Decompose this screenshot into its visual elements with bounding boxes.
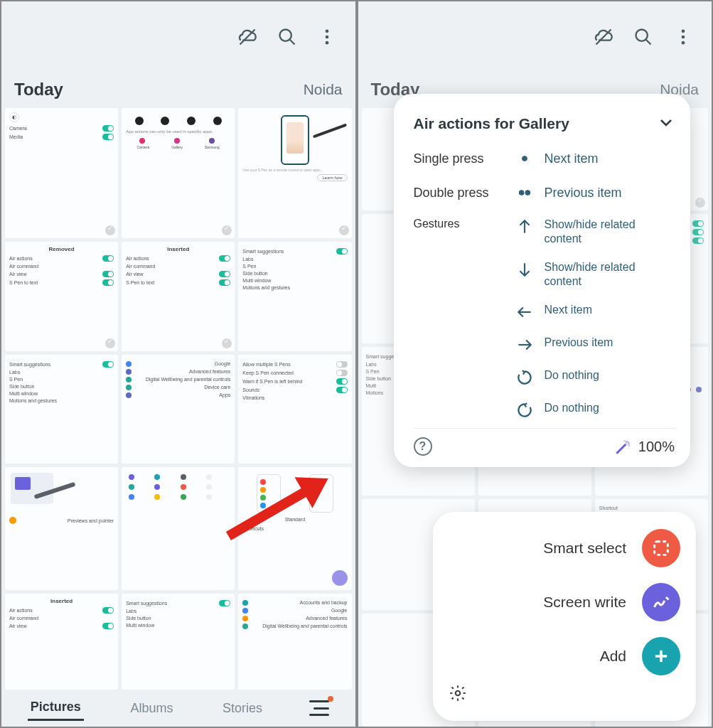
gesture-right[interactable]: Previous item	[505, 336, 675, 354]
single-dot-icon	[505, 149, 545, 168]
tab-pictures[interactable]: Pictures	[28, 695, 84, 721]
add-icon[interactable]	[642, 637, 680, 675]
thumb[interactable]: Previews and pointer	[5, 467, 118, 589]
svg-line-2	[289, 40, 294, 45]
search-icon[interactable]	[632, 26, 655, 48]
svg-point-4	[325, 36, 328, 39]
thumb[interactable]: Standard Shortcuts	[238, 467, 351, 589]
svg-point-10	[682, 36, 685, 39]
arrow-up-icon	[505, 218, 545, 236]
thumb[interactable]: Inserted Air actions Air command Air vie…	[5, 594, 118, 690]
section-row: Today Noida	[1, 73, 355, 108]
arrow-down-icon	[505, 260, 545, 279]
svg-line-0	[240, 30, 254, 45]
svg-rect-19	[655, 542, 668, 555]
popup-title: Air actions for Gallery	[414, 115, 569, 132]
thumb[interactable]: Inserted Air actions Air command Air vie…	[122, 242, 235, 350]
svg-line-8	[646, 40, 651, 45]
search-icon[interactable]	[276, 26, 299, 48]
svg-point-14	[525, 191, 530, 196]
single-press-row[interactable]: Single press Next item	[414, 149, 675, 168]
thumb[interactable]: Use your S Pen as a remote control to op…	[238, 108, 351, 238]
help-icon[interactable]: ?	[414, 437, 432, 456]
screen-write-row[interactable]: Screen write	[449, 583, 680, 621]
double-press-row[interactable]: Double press Previous item	[414, 183, 675, 202]
gestures-label: Gestures	[414, 218, 505, 425]
thumb[interactable]: Smart suggestions Labs Side button Multi…	[122, 594, 235, 690]
right-panel: Today Noida Smart suggestions S Pen Side…	[357, 0, 714, 728]
svg-point-9	[682, 30, 685, 33]
rotate-ccw-icon	[505, 401, 545, 419]
spen-icon	[613, 437, 631, 456]
gesture-left[interactable]: Next item	[505, 303, 675, 321]
bottom-tabs: Pictures Albums Stories	[1, 690, 355, 727]
double-dot-icon	[505, 183, 545, 202]
thumb[interactable]	[122, 467, 235, 589]
svg-point-11	[682, 41, 685, 45]
arrow-left-icon	[505, 303, 545, 321]
screen-write-icon[interactable]	[642, 583, 680, 621]
gesture-up[interactable]: Show/hide related content	[505, 218, 675, 246]
smart-select-icon[interactable]	[642, 529, 680, 567]
header	[1, 1, 355, 73]
thumb[interactable]: Allow multiple S Pens Keep S Pen connect…	[238, 355, 351, 464]
rotate-cw-icon	[505, 368, 545, 387]
tab-stories[interactable]: Stories	[220, 697, 265, 720]
cloud-off-icon[interactable]	[236, 26, 259, 48]
svg-point-22	[456, 691, 461, 696]
thumb[interactable]: Google Advanced features Digital Wellbei…	[122, 355, 235, 464]
thumb[interactable]: Smart suggestions Labs S Pen Side button…	[5, 355, 118, 464]
thumb[interactable]: App actions can only be used in specific…	[122, 108, 235, 238]
svg-point-13	[519, 191, 524, 196]
gear-icon[interactable]	[449, 684, 467, 705]
svg-point-1	[279, 30, 291, 41]
svg-point-12	[522, 156, 527, 161]
thumb[interactable]: Accounts and backup Google Advanced feat…	[238, 594, 351, 690]
thumb[interactable]: Smart suggestions Labs S Pen Side button…	[238, 242, 351, 350]
add-row[interactable]: Add	[449, 637, 680, 675]
hamburger-icon[interactable]	[309, 700, 329, 716]
gesture-cw[interactable]: Do nothing	[505, 368, 675, 387]
spen-battery: 100%	[613, 437, 675, 456]
section-left: Today	[14, 80, 63, 100]
spen-fab-icon	[332, 570, 348, 586]
section-right: Noida	[304, 81, 343, 98]
left-panel: Today Noida ◐ Camera Media App actions c…	[0, 0, 357, 728]
gesture-down[interactable]: Show/hide related content	[505, 260, 675, 289]
thumbnail-grid: ◐ Camera Media App actions can only be u…	[1, 108, 355, 690]
thumb[interactable]: ◐ Camera Media	[5, 108, 118, 238]
tab-albums[interactable]: Albums	[127, 697, 176, 720]
svg-line-6	[596, 30, 611, 45]
gesture-ccw[interactable]: Do nothing	[505, 401, 675, 419]
svg-point-5	[325, 41, 328, 45]
header	[358, 1, 712, 73]
cloud-off-icon[interactable]	[592, 26, 615, 48]
smart-select-row[interactable]: Smart select	[449, 529, 680, 567]
svg-point-3	[325, 30, 328, 33]
air-actions-popup: Air actions for Gallery Single press Nex…	[394, 94, 691, 467]
thumb[interactable]: Removed Air actions Air command Air view…	[5, 242, 118, 350]
arrow-right-icon	[505, 336, 545, 354]
chevron-down-icon[interactable]	[658, 114, 675, 134]
svg-point-7	[636, 30, 648, 41]
more-icon[interactable]	[672, 26, 695, 48]
more-icon[interactable]	[316, 26, 338, 48]
air-command-menu: Smart select Screen write Add	[433, 512, 696, 721]
